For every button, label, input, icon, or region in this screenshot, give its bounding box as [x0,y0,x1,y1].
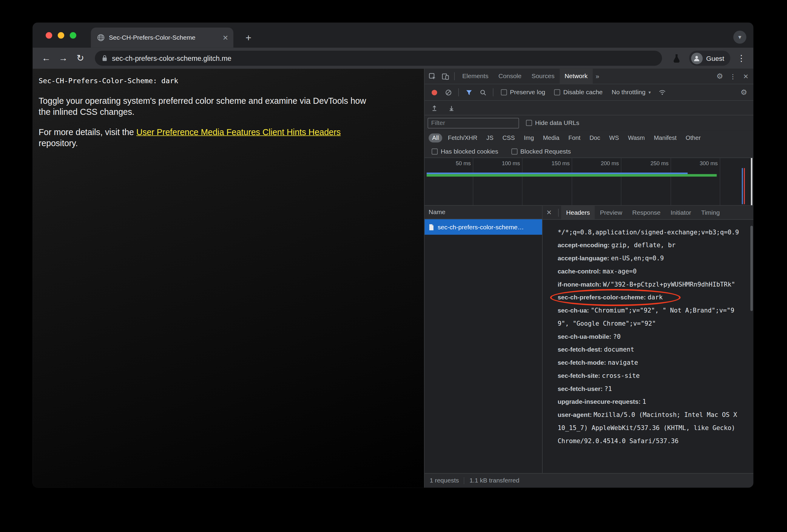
more-tabs-icon[interactable]: » [593,72,602,80]
domcontentloaded-marker [742,168,743,204]
new-tab-button[interactable]: + [241,31,255,45]
hide-data-urls-checkbox[interactable]: Hide data URLs [526,119,579,127]
header-name: sec-fetch-site: [558,372,600,379]
header-value: navigate [608,359,638,366]
gridline [473,158,473,205]
reload-button[interactable]: ↻ [73,51,88,66]
blocked-requests-checkbox[interactable]: Blocked Requests [511,148,571,155]
lock-icon [102,54,108,62]
network-settings-icon[interactable]: ⚙ [737,84,750,101]
header-name: user-agent: [558,412,592,419]
pill-js[interactable]: JS [483,133,497,142]
header-name: sec-ch-ua: [558,307,589,314]
has-blocked-cookies-checkbox[interactable]: Has blocked cookies [432,148,498,155]
import-har-icon[interactable] [427,101,441,115]
detail-tab-response[interactable]: Response [628,206,665,219]
header-entry: accept-encoding: gzip, deflate, br [558,239,740,252]
tab-search-chevron-icon[interactable]: ▾ [733,31,746,44]
header-entry: upgrade-insecure-requests: 1 [558,395,740,408]
tab-close-icon[interactable]: ✕ [222,34,229,41]
detail-tab-initiator[interactable]: Initiator [665,206,696,219]
tab-console[interactable]: Console [493,69,527,84]
checkbox-icon [511,148,517,154]
header-entry: sec-ch-ua: "Chromium";v="92", " Not A;Br… [558,304,740,330]
tab-network[interactable]: Network [560,69,593,84]
tab-sources[interactable]: Sources [527,69,560,84]
detail-tab-preview[interactable]: Preview [595,206,627,219]
name-column-header[interactable]: Name [425,206,542,219]
network-overview-timeline[interactable]: 50 ms 100 ms 150 ms 200 ms 250 ms 300 ms [425,158,753,206]
request-row-selected[interactable]: sec-ch-prefers-color-scheme… [425,219,542,235]
forward-button[interactable]: → [56,51,71,66]
throttling-dropdown[interactable]: No throttling▾ [612,89,651,96]
macos-minimize-button[interactable] [58,32,64,39]
browser-tab[interactable]: Sec-CH-Prefers-Color-Scheme ✕ [91,28,234,48]
macos-close-button[interactable] [46,32,52,39]
search-icon[interactable] [476,84,490,101]
macos-zoom-button[interactable] [70,32,77,39]
client-hints-link[interactable]: User Preference Media Features Client Hi… [136,127,341,137]
address-bar[interactable]: sec-ch-prefers-color-scheme.glitch.me [95,51,662,66]
header-value: gzip, deflate, br [611,241,676,249]
detail-tab-timing[interactable]: Timing [696,206,725,219]
tick-label: 200 ms [586,160,619,166]
requests-area: Name sec-ch-prefers-color-scheme… ✕ [425,206,753,473]
window-content: Sec-CH-Prefers-Color-Scheme: dark Toggle… [33,69,753,488]
flask-experiment-icon[interactable] [669,51,684,66]
tick-label: 250 ms [635,160,668,166]
pill-other[interactable]: Other [682,133,704,142]
header-entry: accept-language: en-US,en;q=0.9 [558,252,740,265]
blocked-filters-row: Has blocked cookies Blocked Requests [425,145,753,158]
record-network-log-icon[interactable] [427,84,441,101]
pill-fetch-xhr[interactable]: Fetch/XHR [445,133,481,142]
network-filter-row: Hide data URLs [425,115,753,130]
network-conditions-icon[interactable] [656,84,669,101]
scrollbar-thumb[interactable] [751,158,752,205]
tick-label: 300 ms [685,160,718,166]
header-entry: if-none-match: W/"392-B+pCtpzl+pyWUSHMRn… [558,278,740,291]
pill-doc[interactable]: Doc [586,133,603,142]
inspect-element-icon[interactable] [426,69,439,84]
header-value: ?0 [613,332,620,340]
header-name: sec-fetch-mode: [558,359,606,367]
filter-funnel-icon[interactable] [462,84,475,101]
filter-input[interactable] [427,118,519,128]
profile-label: Guest [706,54,724,62]
scrollbar-thumb[interactable] [750,226,753,311]
disable-cache-checkbox[interactable]: Disable cache [554,89,603,96]
pill-wasm[interactable]: Wasm [624,133,648,142]
pill-css[interactable]: CSS [499,133,518,142]
devtools-close-icon[interactable]: ✕ [739,69,752,84]
load-event-marker [744,168,745,204]
gridline [522,158,523,205]
pill-media[interactable]: Media [539,133,563,142]
browser-menu-icon[interactable]: ⋮ [736,53,747,63]
header-entry: */*;q=0.8,application/signed-exchange;v=… [558,226,740,239]
url-text: sec-ch-prefers-color-scheme.glitch.me [112,54,232,62]
request-name: sec-ch-prefers-color-scheme… [438,224,524,231]
devtools-menu-icon[interactable]: ⋮ [726,69,739,84]
devtools-settings-icon[interactable]: ⚙ [713,69,726,84]
close-detail-icon[interactable]: ✕ [543,206,556,219]
detail-tab-headers[interactable]: Headers [561,206,595,219]
devtools-tabbar: Elements Console Sources Network » ⚙ ⋮ ✕ [425,69,753,84]
checkbox-icon [554,89,560,95]
pill-all[interactable]: All [429,133,442,142]
pill-manifest[interactable]: Manifest [651,133,680,142]
network-controls: Preserve log Disable cache No throttling… [425,84,753,101]
export-har-icon[interactable] [445,101,458,115]
clear-network-log-icon[interactable] [442,84,455,101]
pill-img[interactable]: Img [520,133,537,142]
preserve-log-checkbox[interactable]: Preserve log [501,89,545,96]
tab-elements[interactable]: Elements [458,69,493,84]
profile-button[interactable]: Guest [689,51,730,66]
header-name: accept-language: [558,255,609,262]
back-button[interactable]: ← [39,51,54,66]
header-name: upgrade-insecure-requests: [558,398,640,405]
header-value: document [604,346,634,353]
divider [558,208,559,217]
pill-font[interactable]: Font [565,133,584,142]
headers-list[interactable]: */*;q=0.8,application/signed-exchange;v=… [543,220,753,473]
device-toolbar-icon[interactable] [439,69,452,84]
pill-ws[interactable]: WS [605,133,622,142]
